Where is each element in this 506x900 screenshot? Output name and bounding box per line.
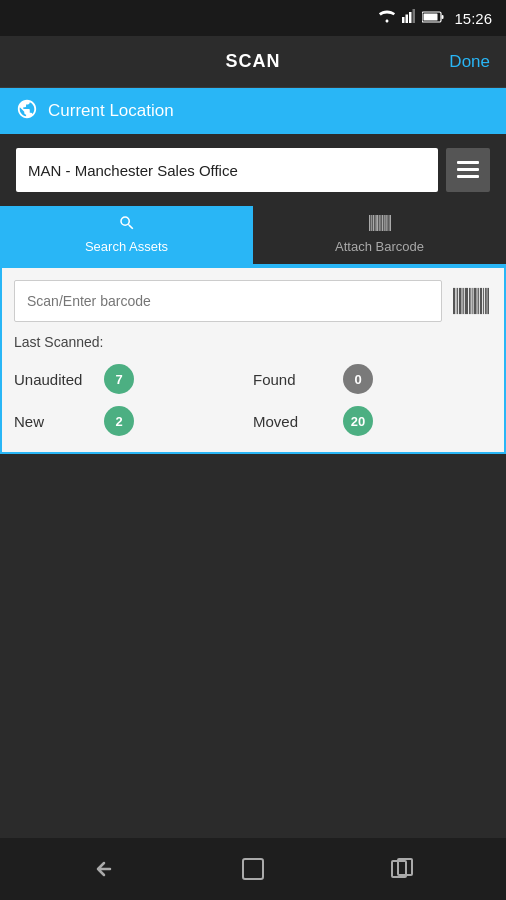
svg-rect-26 <box>462 288 463 314</box>
svg-rect-19 <box>385 215 386 231</box>
search-icon <box>118 214 136 236</box>
svg-rect-27 <box>465 288 468 314</box>
svg-rect-35 <box>487 288 489 314</box>
nav-home-button[interactable] <box>231 847 275 891</box>
stat-new: New 2 <box>14 406 253 436</box>
signal-icon <box>402 9 416 27</box>
battery-icon <box>422 9 444 27</box>
svg-rect-17 <box>381 215 383 231</box>
svg-rect-5 <box>442 15 444 19</box>
svg-rect-3 <box>413 9 416 23</box>
svg-rect-22 <box>390 215 391 231</box>
stat-new-label: New <box>14 413 94 430</box>
stat-unaudited: Unaudited 7 <box>14 364 253 394</box>
nav-recents-button[interactable] <box>380 847 424 891</box>
svg-rect-23 <box>453 288 455 314</box>
svg-rect-10 <box>369 215 370 231</box>
svg-rect-36 <box>243 859 263 879</box>
svg-rect-7 <box>457 161 479 164</box>
svg-rect-25 <box>459 288 462 314</box>
svg-rect-8 <box>457 168 479 171</box>
tabs: Search Assets Attach Barcode <box>0 206 506 266</box>
stat-found-label: Found <box>253 371 333 388</box>
action-bar: SCAN Done <box>0 36 506 88</box>
location-selector-row <box>0 134 506 206</box>
location-input[interactable] <box>16 148 438 192</box>
svg-rect-28 <box>469 288 471 314</box>
main-panel: Last Scanned: Unaudited 7 Found 0 New 2 … <box>0 266 506 454</box>
wifi-icon <box>378 9 396 27</box>
svg-rect-31 <box>478 288 479 314</box>
done-button[interactable]: Done <box>449 52 490 72</box>
nav-back-button[interactable] <box>82 847 126 891</box>
bottom-nav <box>0 838 506 900</box>
svg-rect-32 <box>480 288 482 314</box>
tab-search-assets-label: Search Assets <box>85 239 168 254</box>
svg-rect-2 <box>409 12 412 23</box>
status-time: 15:26 <box>454 10 492 27</box>
status-bar: 15:26 <box>0 0 506 36</box>
tab-search-assets[interactable]: Search Assets <box>0 206 253 264</box>
barcode-input-row <box>2 268 504 330</box>
stat-unaudited-label: Unaudited <box>14 371 94 388</box>
current-location-bar: Current Location <box>0 88 506 134</box>
barcode-input[interactable] <box>14 280 442 322</box>
stat-moved: Moved 20 <box>253 406 492 436</box>
svg-rect-15 <box>378 215 379 231</box>
stats-grid: Unaudited 7 Found 0 New 2 Moved 20 <box>2 360 504 452</box>
stat-moved-badge: 20 <box>343 406 373 436</box>
svg-rect-12 <box>372 215 374 231</box>
stat-moved-label: Moved <box>253 413 333 430</box>
svg-rect-13 <box>374 215 375 231</box>
svg-rect-0 <box>402 17 405 23</box>
svg-rect-6 <box>424 14 438 21</box>
stat-found: Found 0 <box>253 364 492 394</box>
svg-rect-34 <box>485 288 487 314</box>
stat-new-badge: 2 <box>104 406 134 436</box>
svg-rect-30 <box>474 288 477 314</box>
svg-rect-24 <box>457 288 458 314</box>
svg-rect-20 <box>387 215 388 231</box>
globe-icon <box>16 98 38 124</box>
svg-rect-9 <box>457 175 479 178</box>
stat-found-badge: 0 <box>343 364 373 394</box>
last-scanned-label: Last Scanned: <box>2 330 504 360</box>
current-location-label: Current Location <box>48 101 174 121</box>
svg-rect-16 <box>380 215 381 231</box>
stat-unaudited-badge: 7 <box>104 364 134 394</box>
barcode-scan-button[interactable] <box>450 280 492 322</box>
barcode-tab-icon <box>369 214 391 236</box>
tab-attach-barcode[interactable]: Attach Barcode <box>253 206 506 264</box>
status-icons: 15:26 <box>378 9 492 27</box>
tab-attach-barcode-label: Attach Barcode <box>335 239 424 254</box>
svg-rect-29 <box>472 288 473 314</box>
svg-rect-33 <box>483 288 484 314</box>
svg-rect-21 <box>388 215 389 231</box>
svg-rect-1 <box>406 15 409 24</box>
location-list-button[interactable] <box>446 148 490 192</box>
svg-rect-11 <box>371 215 372 231</box>
page-title: SCAN <box>225 51 280 72</box>
svg-rect-18 <box>384 215 385 231</box>
svg-rect-14 <box>376 215 378 231</box>
